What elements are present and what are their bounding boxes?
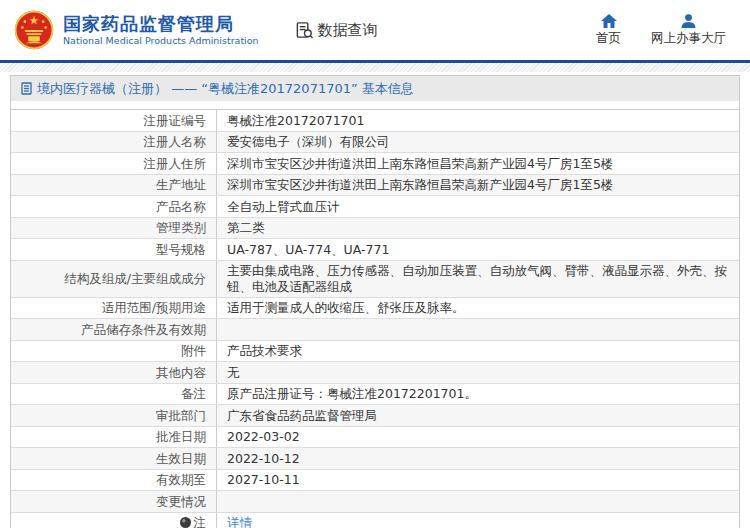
nav-item-home[interactable]: 首页 xyxy=(596,14,621,47)
table-row: 注详情 xyxy=(11,513,739,528)
row-value: 详情 xyxy=(216,513,739,528)
row-value xyxy=(216,319,739,340)
row-label: 产品储存条件及有效期 xyxy=(11,319,216,340)
data-query-tab[interactable]: 数据查询 xyxy=(295,21,378,40)
table-row: 产品储存条件及有效期 xyxy=(11,319,739,341)
section-title: 境内医疗器械（注册） —— “粤械注准20172071701” 基本信息 xyxy=(37,80,414,98)
nav-item-service-hall[interactable]: 网上办事大厅 xyxy=(651,14,726,47)
row-label: 备注 xyxy=(11,384,216,405)
row-value: 深圳市宝安区沙井街道洪田上南东路恒昌荣高新产业园4号厂房1至5楼 xyxy=(216,153,739,174)
table-row: 产品名称全自动上臂式血压计 xyxy=(11,196,739,218)
detail-panel: 境内医疗器械（注册） —— “粤械注准20172071701” 基本信息 注册证… xyxy=(10,75,740,528)
china-national-emblem-icon xyxy=(14,10,54,50)
row-label: 注 xyxy=(11,513,216,528)
row-label: 审批部门 xyxy=(11,405,216,426)
row-label: 附件 xyxy=(11,341,216,362)
section-title-bar: 境内医疗器械（注册） —— “粤械注准20172071701” 基本信息 xyxy=(11,76,739,101)
bulb-icon xyxy=(180,517,191,528)
row-label: 结构及组成/主要组成成分 xyxy=(11,261,216,297)
table-row: 注册证编号粤械注准20172071701 xyxy=(11,110,739,132)
row-value: 粤械注准20172071701 xyxy=(216,110,739,131)
table-row: 适用范围/预期用途适用于测量成人的收缩压、舒张压及脉率。 xyxy=(11,298,739,320)
row-label: 注册人名称 xyxy=(11,132,216,153)
row-value: 2022-10-12 xyxy=(216,448,739,469)
table-row: 生产地址深圳市宝安区沙井街道洪田上南东路恒昌荣高新产业园4号厂房1至5楼 xyxy=(11,175,739,197)
site-title-block: 国家药品监督管理局 National Medical Products Admi… xyxy=(63,13,259,47)
table-row: 备注原产品注册证号：粤械注准20172201701。 xyxy=(11,384,739,406)
site-title: 国家药品监督管理局 xyxy=(63,13,259,35)
nav-item-label: 首页 xyxy=(596,30,621,47)
row-label: 型号规格 xyxy=(11,239,216,260)
row-label: 生效日期 xyxy=(11,448,216,469)
row-label: 适用范围/预期用途 xyxy=(11,298,216,319)
table-row: 其他内容无 xyxy=(11,362,739,384)
row-value: 爱安德电子（深圳）有限公司 xyxy=(216,132,739,153)
table-row: 生效日期2022-10-12 xyxy=(11,448,739,470)
user-icon xyxy=(681,14,696,28)
row-value: 2022-03-02 xyxy=(216,427,739,448)
table-row: 审批部门广东省食品药品监督管理局 xyxy=(11,405,739,427)
row-value: 原产品注册证号：粤械注准20172201701。 xyxy=(216,384,739,405)
hatch-band xyxy=(0,63,750,72)
site-logo: 国家药品监督管理局 National Medical Products Admi… xyxy=(14,10,259,50)
row-value: 广东省食品药品监督管理局 xyxy=(216,405,739,426)
row-value: 第二类 xyxy=(216,218,739,239)
row-value: 2027-10-11 xyxy=(216,470,739,491)
nav-item-label: 网上办事大厅 xyxy=(651,30,726,47)
row-value: 主要由集成电路、压力传感器、自动加压装置、自动放气阀、臂带、液晶显示器、外壳、按… xyxy=(216,261,739,297)
row-value: 全自动上臂式血压计 xyxy=(216,196,739,217)
page-icon xyxy=(21,82,32,95)
home-icon xyxy=(601,14,617,28)
info-table: 注册证编号粤械注准20172071701注册人名称爱安德电子（深圳）有限公司注册… xyxy=(11,109,739,528)
row-label: 变更情况 xyxy=(11,491,216,512)
table-row: 结构及组成/主要组成成分主要由集成电路、压力传感器、自动加压装置、自动放气阀、臂… xyxy=(11,261,739,298)
row-label: 注册证编号 xyxy=(11,110,216,131)
table-row: 注册人名称爱安德电子（深圳）有限公司 xyxy=(11,132,739,154)
table-row: 管理类别第二类 xyxy=(11,218,739,240)
table-row: 变更情况 xyxy=(11,491,739,513)
table-row: 批准日期2022-03-02 xyxy=(11,427,739,449)
table-row: 型号规格UA-787、UA-774、UA-771 xyxy=(11,239,739,261)
row-value: 深圳市宝安区沙井街道洪田上南东路恒昌荣高新产业园4号厂房1至5楼 xyxy=(216,175,739,196)
row-value: 产品技术要求 xyxy=(216,341,739,362)
row-label: 有效期至 xyxy=(11,470,216,491)
table-row: 附件产品技术要求 xyxy=(11,341,739,363)
document-search-icon xyxy=(295,21,314,40)
row-label: 生产地址 xyxy=(11,175,216,196)
data-query-label: 数据查询 xyxy=(318,21,378,40)
panel-gap xyxy=(11,101,739,109)
row-label: 批准日期 xyxy=(11,427,216,448)
row-label: 产品名称 xyxy=(11,196,216,217)
row-label: 注册人住所 xyxy=(11,153,216,174)
row-value: UA-787、UA-774、UA-771 xyxy=(216,239,739,260)
top-nav: 首页 网上办事大厅 xyxy=(596,14,726,47)
row-value xyxy=(216,491,739,512)
table-row: 注册人住所深圳市宝安区沙井街道洪田上南东路恒昌荣高新产业园4号厂房1至5楼 xyxy=(11,153,739,175)
row-label: 其他内容 xyxy=(11,362,216,383)
site-subtitle: National Medical Products Administration xyxy=(63,35,259,47)
row-value: 适用于测量成人的收缩压、舒张压及脉率。 xyxy=(216,298,739,319)
site-header: 国家药品监督管理局 National Medical Products Admi… xyxy=(0,0,750,60)
table-row: 有效期至2027-10-11 xyxy=(11,470,739,492)
row-value: 无 xyxy=(216,362,739,383)
row-label: 管理类别 xyxy=(11,218,216,239)
detail-link[interactable]: 详情 xyxy=(227,515,252,528)
